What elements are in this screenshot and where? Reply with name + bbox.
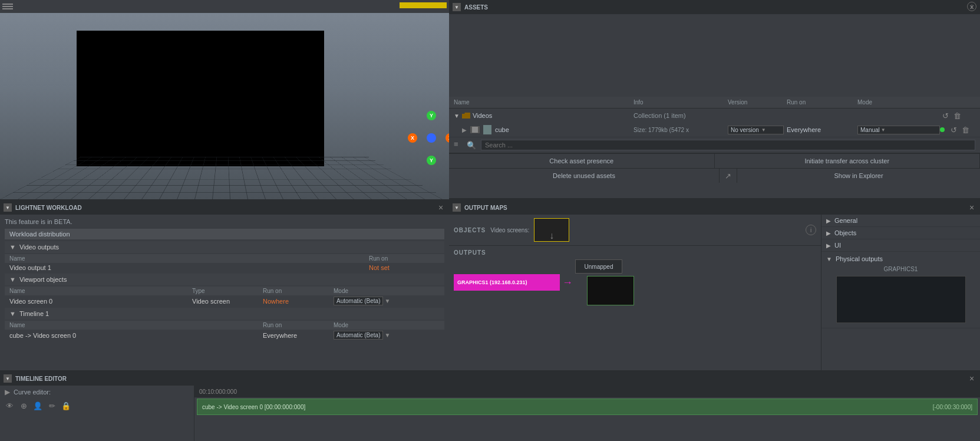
gizmo-center[interactable] xyxy=(427,133,436,143)
viewport-objects-section[interactable]: ▼ Viewport objects xyxy=(5,274,444,285)
video-screen-thumb[interactable]: ↓ xyxy=(534,218,569,242)
timeline-pen-icon[interactable]: ✏ xyxy=(47,401,57,410)
graphics-node-bar[interactable]: GRAPHICS1 (192.168.0.231) xyxy=(454,274,560,291)
assets-empty-area xyxy=(449,14,980,97)
video-outputs-section[interactable]: ▼ Video outputs xyxy=(5,241,444,253)
mapped-screen-thumb[interactable] xyxy=(587,276,634,305)
sidebar-objects-item[interactable]: ▶ Objects xyxy=(821,227,980,239)
unmapped-box[interactable]: Unmapped xyxy=(575,259,622,274)
timeline-body: ▶ Curve editor: 👁 ⊕ 👤 ✏ 🔒 00:10:000:000 … xyxy=(0,386,980,441)
timeline-panel: ▼ TIMELINE EDITOR × ▶ Curve editor: 👁 ⊕ … xyxy=(0,370,980,441)
asset-status-dot xyxy=(940,127,945,132)
output-maps-main: OBJECTS Video screens: ↓ i OUTPUTS GRAPH… xyxy=(449,215,821,370)
video-output-1-row: Video output 1 Not set xyxy=(5,263,444,272)
black-screen-object xyxy=(77,31,324,166)
timeline-cursor-icon[interactable]: ⊕ xyxy=(19,401,28,410)
cube-mode-val[interactable]: Automatic (Beta) xyxy=(334,331,383,340)
video-output-1-runon: Not set xyxy=(369,264,440,271)
col-mode-label: Mode xyxy=(334,288,440,294)
asset-version-dropdown[interactable]: No version ▼ xyxy=(728,126,787,134)
check-asset-presence-button[interactable]: Check asset presence xyxy=(449,154,715,168)
gizmo-x-right[interactable]: X xyxy=(446,133,449,143)
timeline-lock-icon[interactable]: 🔒 xyxy=(61,401,71,410)
col-type-label: Type xyxy=(192,288,263,294)
lightnet-panel: ▼ LIGHTNET WORKLOAD × This feature is in… xyxy=(0,199,449,370)
show-explorer-export-icon[interactable]: ↗ xyxy=(720,169,737,183)
asset-name: cube xyxy=(495,126,633,133)
gizmo-y-bottom[interactable]: Y xyxy=(427,156,436,165)
output-maps-pin-icon: ▼ xyxy=(453,203,461,212)
timeline-track[interactable]: cube -> Video screen 0 [00:00:000:000] [… xyxy=(197,399,978,415)
output-maps-sidebar: ▶ General ▶ Objects ▶ UI ▼ Physic xyxy=(821,215,980,370)
initiate-transfer-button[interactable]: Initiate transfer across cluster xyxy=(715,154,981,168)
curve-editor-play-btn[interactable]: ▶ xyxy=(5,388,10,396)
info-icon[interactable]: i xyxy=(806,225,816,235)
asset-mode-dropdown[interactable]: Manual ▼ xyxy=(857,126,940,134)
objects-section: OBJECTS Video screens: ↓ i xyxy=(449,215,821,246)
timeline-1-section[interactable]: ▼ Timeline 1 xyxy=(5,308,444,320)
assets-panel: ▼ ASSETS × Name Info Version Run on Mode… xyxy=(449,0,980,199)
physical-outputs-triangle: ▼ xyxy=(826,256,832,262)
outputs-bar-row: GRAPHICS1 (192.168.0.231) → Unmapped xyxy=(454,259,816,305)
collection-name: Videos xyxy=(473,112,633,119)
assets-col-mode-header: Mode xyxy=(857,99,940,106)
track-label: cube -> Video screen 0 [00:00:000:000] xyxy=(202,404,305,410)
asset-version-val: No version xyxy=(731,127,759,133)
timeline-left-panel: ▶ Curve editor: 👁 ⊕ 👤 ✏ 🔒 xyxy=(0,386,194,441)
collection-refresh-btn[interactable]: ↺ xyxy=(940,110,951,121)
tl-col-runon: Run on xyxy=(263,322,334,328)
version-arrow: ▼ xyxy=(761,127,766,133)
viewport-objects-label: Viewport objects xyxy=(19,276,67,283)
timeline-track-area: cube -> Video screen 0 [00:00:000:000] [… xyxy=(194,397,980,441)
asset-actions: ↺ 🗑 xyxy=(940,124,975,135)
timeline-icons-row: 👁 ⊕ 👤 ✏ 🔒 xyxy=(5,401,189,410)
physical-outputs-label: Physical outputs xyxy=(836,255,883,262)
physical-outputs-section: ▼ Physical outputs GRAPHICS1 xyxy=(821,252,980,328)
assets-search-input[interactable] xyxy=(481,140,975,150)
collection-delete-btn[interactable]: 🗑 xyxy=(952,110,962,121)
outputs-label: OUTPUTS xyxy=(454,249,816,256)
sidebar-ui-item[interactable]: ▶ UI xyxy=(821,239,980,252)
sidebar-general-item[interactable]: ▶ General xyxy=(821,215,980,227)
graphics1-screen[interactable] xyxy=(836,276,966,323)
viewport-objects-triangle: ▼ xyxy=(9,276,16,283)
lightnet-close-button[interactable]: × xyxy=(436,203,446,212)
video-outputs-label: Video outputs xyxy=(19,243,59,251)
video-screen-0-mode: Automatic (Beta) ▼ xyxy=(334,297,440,305)
asset-delete-btn[interactable]: 🗑 xyxy=(960,124,971,135)
timeline-eye-icon[interactable]: 👁 xyxy=(5,401,14,410)
show-explorer-button[interactable]: Show in Explorer xyxy=(737,169,980,183)
lightnet-content: This feature is in BETA. Workload distri… xyxy=(0,215,449,344)
asset-play-button[interactable]: ▶ xyxy=(461,126,468,133)
timeline-person-icon[interactable]: 👤 xyxy=(33,401,42,410)
asset-mode-arrow: ▼ xyxy=(881,127,886,133)
assets-col-actions-header xyxy=(940,99,975,106)
gizmo-x-left[interactable]: X xyxy=(408,133,417,143)
timeline-title: TIMELINE EDITOR xyxy=(15,376,67,382)
video-screen-0-runon: Nowhere xyxy=(263,298,334,305)
timeline-close-button[interactable]: × xyxy=(967,374,976,383)
col-runon-label: Run on xyxy=(369,255,440,262)
assets-pin-icon: ▼ xyxy=(453,3,461,11)
assets-col-version-header: Version xyxy=(728,99,787,106)
assets-menu-icon[interactable]: ≡ xyxy=(454,140,464,150)
collection-triangle: ▼ xyxy=(454,113,460,119)
asset-refresh-btn[interactable]: ↺ xyxy=(948,124,959,135)
assets-title: ASSETS xyxy=(464,4,488,11)
asset-info: Size: 1779kb (5472 x xyxy=(633,127,728,133)
bar-arrow: → xyxy=(562,277,573,289)
curve-editor-label: Curve editor: xyxy=(14,389,51,396)
cube-video-runon: Everywhere xyxy=(263,332,334,339)
sidebar-general-label: General xyxy=(834,217,857,224)
video-screen-mode-val[interactable]: Automatic (Beta) xyxy=(334,297,383,305)
gizmo-y-top[interactable]: Y xyxy=(427,111,436,120)
cube-mode-arrow: ▼ xyxy=(384,332,390,338)
delete-unused-assets-button[interactable]: Delete unused assets xyxy=(449,169,720,183)
timeline-header: ▼ TIMELINE EDITOR × xyxy=(0,371,980,386)
cube-video-name: cube -> Video screen 0 xyxy=(9,332,263,339)
video-output-1-name: Video output 1 xyxy=(9,264,369,271)
physical-outputs-label-row[interactable]: ▼ Physical outputs xyxy=(826,254,975,265)
viewport-3d-scene[interactable]: Y X X Y xyxy=(0,13,449,199)
output-maps-close-button[interactable]: × xyxy=(967,203,976,212)
assets-collection-row[interactable]: ▼ Videos Collection (1 item) ↺ 🗑 xyxy=(449,108,980,123)
